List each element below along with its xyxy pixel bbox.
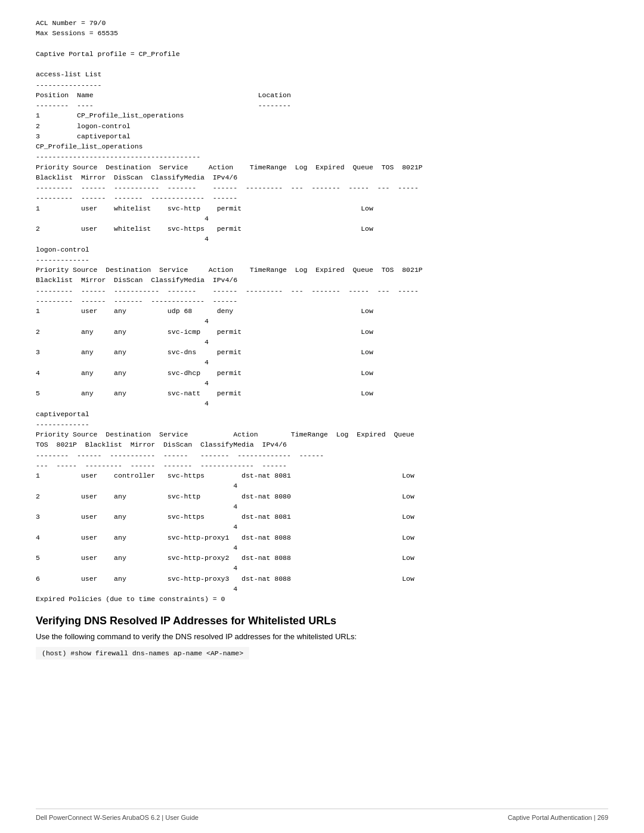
page: ACL Number = 79/0 Max Sessions = 65535 C… (0, 0, 644, 833)
footer-right: Captive Portal Authentication | 269 (507, 814, 608, 821)
preformatted-content: ACL Number = 79/0 Max Sessions = 65535 C… (36, 18, 608, 604)
page-footer: Dell PowerConnect W-Series ArubaOS 6.2 |… (36, 809, 608, 821)
main-content: ACL Number = 79/0 Max Sessions = 65535 C… (36, 18, 608, 799)
section-heading: Verifying DNS Resolved IP Addresses for … (36, 615, 608, 627)
section-paragraph: Use the following command to verify the … (36, 632, 608, 641)
command-block: (host) #show firewall dns-names ap-name … (36, 647, 249, 659)
footer-left: Dell PowerConnect W-Series ArubaOS 6.2 |… (36, 814, 199, 821)
